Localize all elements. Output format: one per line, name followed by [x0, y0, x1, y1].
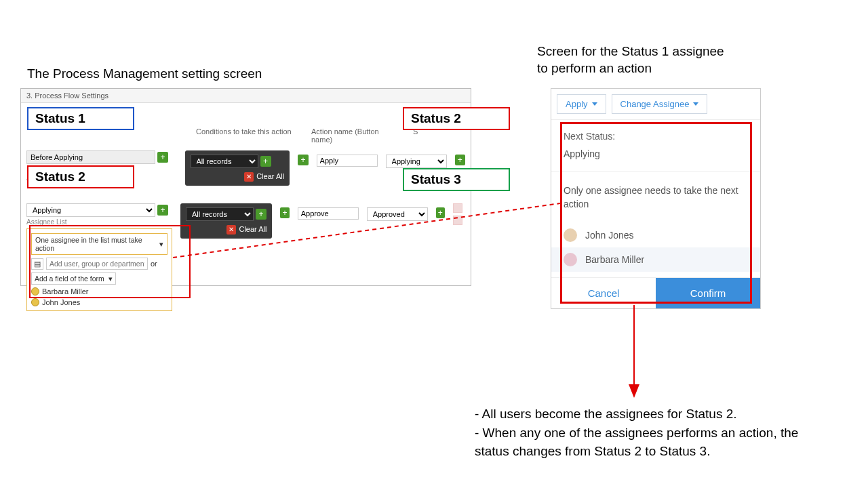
add-field-select[interactable]: Add a field of the form ▾	[31, 272, 116, 285]
add-condition-button-1[interactable]: +	[260, 156, 271, 167]
assignee-panel: One assignee in the list must take actio…	[26, 228, 172, 311]
condition-box-2: All records + ✕Clear All	[180, 203, 272, 239]
add-action-button-2[interactable]: +	[436, 207, 445, 218]
assignee-user-2: John Jones	[31, 298, 167, 306]
note-line-1: - All users become the assignees for Sta…	[475, 405, 798, 424]
right-caption-line1: Screen for the Status 1 assignee	[537, 44, 724, 59]
clear-all-1[interactable]: ✕Clear All	[191, 172, 285, 182]
condition-box-1: All records + ✕Clear All	[185, 150, 290, 186]
condition-select-1[interactable]: All records	[191, 155, 258, 168]
status1-label: Status 1	[27, 107, 134, 130]
change-assignee-dropdown-button[interactable]: Change Assignee	[612, 94, 708, 114]
status-name-select-2[interactable]: Applying	[26, 203, 155, 217]
add-action-button-1[interactable]: +	[455, 155, 465, 165]
delete-row-button[interactable]	[453, 203, 462, 213]
assignee-action-dialog: Apply Change Assignee Next Status: Apply…	[551, 88, 761, 309]
condition-select-2[interactable]: All records	[186, 207, 254, 221]
assignee-rule-select[interactable]: One assignee in the list must take actio…	[31, 233, 167, 255]
chevron-down-icon	[592, 102, 597, 106]
status3-label: Status 3	[403, 168, 510, 191]
chevron-down-icon: ▾	[159, 240, 163, 248]
row-delete-controls	[453, 203, 465, 225]
col-action-name: Action name (Button name)	[311, 127, 399, 144]
add-user-input[interactable]	[46, 258, 148, 270]
or-text: or	[151, 260, 157, 268]
left-caption: The Process Management setting screen	[27, 66, 262, 81]
status-name-input-1[interactable]	[26, 150, 155, 164]
assignee-user-1: Barbara Miller	[31, 287, 167, 296]
col-conditions: Conditions to take this action	[196, 127, 298, 144]
add-status-button-2[interactable]: +	[157, 205, 168, 216]
user-icon	[31, 298, 39, 306]
status2-left-label: Status 2	[27, 165, 134, 188]
status2-right-label: Status 2	[403, 107, 510, 130]
next-status-value: Applying	[564, 148, 748, 159]
add-branch-button-1[interactable]: +	[298, 155, 308, 165]
chevron-down-icon: ▾	[108, 274, 113, 283]
assignee-list-label-2: Assignee List	[26, 218, 172, 226]
note-line-2: - When any one of the assignees performs…	[475, 424, 798, 443]
settings-header: 3. Process Flow Settings	[21, 89, 471, 103]
delete-row-button[interactable]	[453, 216, 462, 225]
confirm-button[interactable]: Confirm	[656, 278, 760, 308]
flow-row-2: Applying + Assignee List One assignee in…	[26, 201, 465, 314]
apply-dropdown-button[interactable]: Apply	[557, 94, 606, 114]
user-icon	[31, 287, 39, 296]
avatar	[564, 253, 577, 266]
right-caption-line2: to perform an action	[537, 61, 652, 76]
clear-all-2[interactable]: ✕Clear All	[186, 225, 267, 235]
org-tree-icon[interactable]: ▤	[31, 258, 43, 270]
divider	[551, 171, 760, 172]
status-after-select-1[interactable]: Applying	[386, 155, 447, 168]
status-after-select-2[interactable]: Approved	[367, 207, 428, 221]
dialog-user-1: John Jones	[564, 223, 748, 247]
cancel-button[interactable]: Cancel	[551, 278, 656, 308]
add-condition-button-2[interactable]: +	[256, 209, 267, 220]
action-name-input-2[interactable]	[298, 207, 359, 220]
add-status-button-1[interactable]: +	[157, 152, 168, 163]
action-name-input-1[interactable]	[317, 155, 378, 167]
dialog-user-2: Barbara Miller	[551, 247, 760, 272]
clear-icon: ✕	[226, 225, 236, 235]
explanation-notes: - All users become the assignees for Sta…	[475, 405, 798, 461]
add-branch-button-2[interactable]: +	[280, 207, 289, 218]
chevron-down-icon	[693, 102, 698, 106]
avatar	[564, 228, 577, 242]
note-line-3: status changes from Status 2 to Status 3…	[475, 442, 798, 461]
clear-icon: ✕	[244, 172, 254, 182]
next-status-label: Next Status:	[564, 131, 748, 142]
assignee-note: Only one assignee needs to take the next…	[564, 184, 748, 211]
